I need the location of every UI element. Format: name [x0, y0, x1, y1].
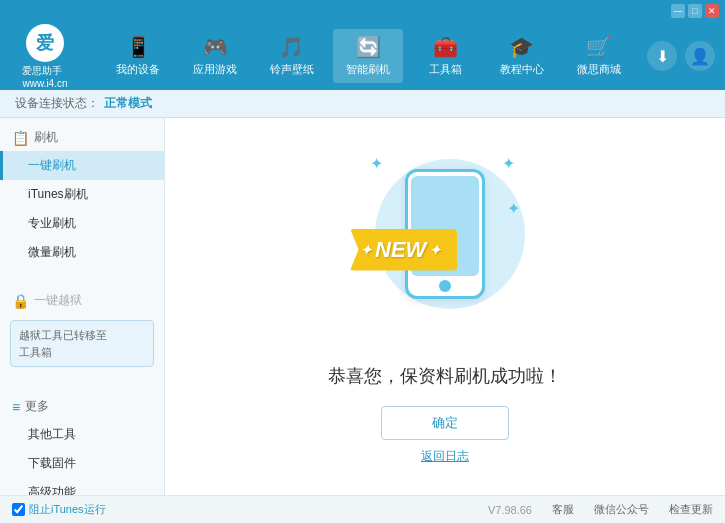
header-right: ⬇ 👤 [647, 41, 715, 71]
nav-ringtones[interactable]: 🎵 铃声壁纸 [257, 29, 327, 83]
minimize-button[interactable]: — [671, 4, 685, 18]
account-button[interactable]: 👤 [685, 41, 715, 71]
flash-group-label: 刷机 [34, 129, 58, 146]
status-value: 正常模式 [104, 95, 152, 112]
sidebar-item-save-flash[interactable]: 微量刷机 [0, 238, 164, 267]
sparkle-icon-2: ✦ [502, 154, 515, 173]
my-device-label: 我的设备 [116, 62, 160, 77]
flash-group-icon: 📋 [12, 130, 29, 146]
more-group-label: 更多 [25, 398, 49, 415]
sparkle-icon-1: ✦ [370, 154, 383, 173]
itunes-status: 阻止iTunes运行 [29, 502, 106, 517]
title-bar: — □ ✕ [0, 0, 725, 22]
star-left-icon: ✦ [360, 242, 372, 258]
flash-section: 📋 刷机 一键刷机 iTunes刷机 专业刷机 微量刷机 [0, 118, 164, 273]
tutorials-label: 教程中心 [500, 62, 544, 77]
wechat-official-link[interactable]: 微信公众号 [594, 502, 649, 517]
maximize-button[interactable]: □ [688, 4, 702, 18]
more-group-icon: ≡ [12, 399, 20, 415]
status-label: 设备连接状态： [15, 95, 99, 112]
new-text: NEW [375, 237, 426, 263]
jailbreak-group-header: 🔒 一键越狱 [0, 287, 164, 314]
version-text: V7.98.66 [488, 504, 532, 516]
ringtones-icon: 🎵 [279, 35, 304, 59]
confirm-button[interactable]: 确定 [381, 406, 509, 440]
nav-weisi-store[interactable]: 🛒 微思商城 [564, 29, 634, 83]
back-button[interactable]: 返回日志 [421, 448, 469, 465]
bottom-right: V7.98.66 客服 微信公众号 检查更新 [488, 502, 713, 517]
content-area: ✦ ✦ ✦ ✦ NEW ✦ 恭喜您，保资料刷机成功啦！ 确定 返回日志 [165, 118, 725, 495]
logo-icon: 爱 [26, 24, 64, 62]
sidebar-item-one-click-flash[interactable]: 一键刷机 [0, 151, 164, 180]
nav-smart-shop[interactable]: 🔄 智能刷机 [333, 29, 403, 83]
check-update-link[interactable]: 检查更新 [669, 502, 713, 517]
nav-bar: 📱 我的设备 🎮 应用游戏 🎵 铃声壁纸 🔄 智能刷机 🧰 工具箱 🎓 教程中心… [100, 29, 637, 83]
nav-apps-games[interactable]: 🎮 应用游戏 [180, 29, 250, 83]
download-button[interactable]: ⬇ [647, 41, 677, 71]
smart-shop-label: 智能刷机 [346, 62, 390, 77]
smart-shop-icon: 🔄 [356, 35, 381, 59]
tutorials-icon: 🎓 [509, 35, 534, 59]
sidebar-item-pro-flash[interactable]: 专业刷机 [0, 209, 164, 238]
phone-home-button [439, 280, 451, 292]
header: 爱 爱思助手 www.i4.cn 📱 我的设备 🎮 应用游戏 🎵 铃声壁纸 🔄 … [0, 22, 725, 90]
jailbreak-group-icon: 🔒 [12, 293, 29, 309]
success-title: 恭喜您，保资料刷机成功啦！ [328, 364, 562, 388]
sparkle-icon-3: ✦ [507, 199, 520, 218]
flash-group-header: 📋 刷机 [0, 124, 164, 151]
nav-my-device[interactable]: 📱 我的设备 [103, 29, 173, 83]
apps-games-label: 应用游戏 [193, 62, 237, 77]
ringtones-label: 铃声壁纸 [270, 62, 314, 77]
jailbreak-section: 🔒 一键越狱 越狱工具已转移至 工具箱 [0, 281, 164, 379]
bottom-left: 阻止iTunes运行 [12, 502, 106, 517]
my-device-icon: 📱 [126, 35, 151, 59]
more-section: ≡ 更多 其他工具 下载固件 高级功能 [0, 387, 164, 495]
window-controls: — □ ✕ [671, 4, 719, 18]
close-button[interactable]: ✕ [705, 4, 719, 18]
star-right-icon: ✦ [429, 242, 441, 258]
logo: 爱 爱思助手 www.i4.cn [10, 24, 80, 89]
illustration: ✦ ✦ ✦ ✦ NEW ✦ [345, 149, 545, 349]
itunes-toggle[interactable] [12, 503, 25, 516]
main-container: 📋 刷机 一键刷机 iTunes刷机 专业刷机 微量刷机 🔒 一键越狱 越狱工具… [0, 118, 725, 495]
sidebar-item-other-tools[interactable]: 其他工具 [0, 420, 164, 449]
sidebar-item-advanced[interactable]: 高级功能 [0, 478, 164, 495]
jailbreak-info-box: 越狱工具已转移至 工具箱 [10, 320, 154, 367]
new-banner: ✦ NEW ✦ [350, 229, 457, 271]
sidebar-item-download-firmware[interactable]: 下载固件 [0, 449, 164, 478]
weisi-store-icon: 🛒 [586, 35, 611, 59]
sidebar: 📋 刷机 一键刷机 iTunes刷机 专业刷机 微量刷机 🔒 一键越狱 越狱工具… [0, 118, 165, 495]
nav-tutorials[interactable]: 🎓 教程中心 [487, 29, 557, 83]
toolbox-label: 工具箱 [429, 62, 462, 77]
customer-service-link[interactable]: 客服 [552, 502, 574, 517]
bottom-bar: 阻止iTunes运行 V7.98.66 客服 微信公众号 检查更新 [0, 495, 725, 523]
more-group-header: ≡ 更多 [0, 393, 164, 420]
toolbox-icon: 🧰 [433, 35, 458, 59]
status-bar: 设备连接状态： 正常模式 [0, 90, 725, 118]
weisi-store-label: 微思商城 [577, 62, 621, 77]
logo-text: 爱思助手 www.i4.cn [22, 64, 67, 89]
nav-toolbox[interactable]: 🧰 工具箱 [410, 29, 480, 83]
apps-games-icon: 🎮 [203, 35, 228, 59]
jailbreak-group-label: 一键越狱 [34, 292, 82, 309]
sidebar-item-itunes-flash[interactable]: iTunes刷机 [0, 180, 164, 209]
